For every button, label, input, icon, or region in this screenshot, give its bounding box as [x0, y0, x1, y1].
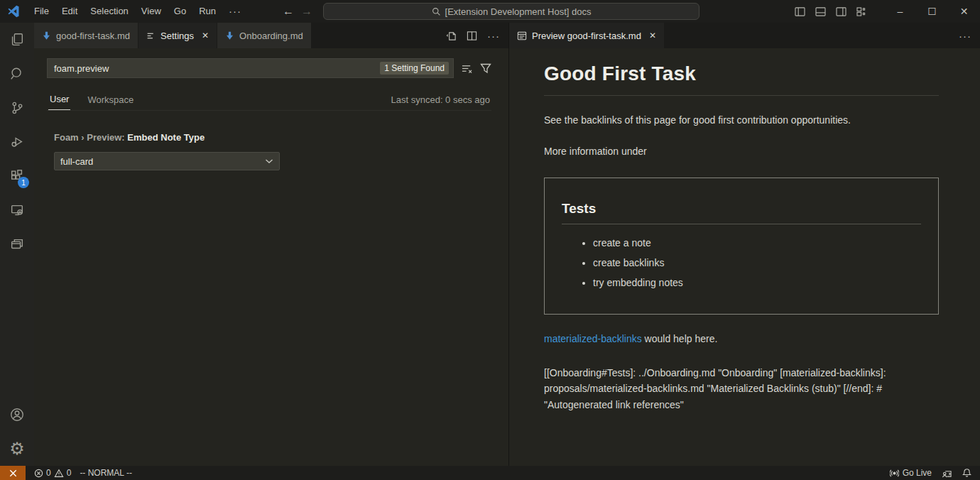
settings-editor-icon	[146, 31, 156, 40]
notifications-bell-icon[interactable]	[962, 468, 971, 478]
vim-mode-label: -- NORMAL --	[80, 468, 132, 478]
menu-selection[interactable]: Selection	[84, 0, 134, 23]
settings-editor: foam.preview 1 Setting Found User Worksp…	[34, 48, 508, 466]
menu-view[interactable]: View	[135, 0, 168, 23]
more-actions-icon[interactable]: ···	[959, 30, 971, 42]
warning-icon	[54, 469, 64, 478]
tab-bar-left: good-first-task.md Settings ✕ Onboarding…	[34, 23, 508, 48]
menu-go[interactable]: Go	[168, 0, 192, 23]
remote-explorer-icon[interactable]	[0, 193, 34, 227]
materialized-backlinks-link[interactable]: materialized-backlinks	[544, 333, 642, 344]
scope-tab-user[interactable]: User	[48, 89, 70, 110]
tab-settings[interactable]: Settings ✕	[138, 23, 217, 48]
search-icon	[432, 7, 441, 16]
menu-run[interactable]: Run	[192, 0, 222, 23]
command-center-label: [Extension Development Host] docs	[445, 6, 592, 17]
extensions-icon[interactable]: 1	[0, 159, 34, 193]
embed-note-type-select[interactable]: full-card	[54, 152, 280, 170]
setting-item-embed-note-type: Foam › Preview: Embed Note Type full-car…	[47, 132, 491, 170]
select-value: full-card	[60, 156, 93, 167]
setting-name: Embed Note Type	[127, 132, 205, 143]
open-settings-json-icon[interactable]	[446, 31, 457, 41]
live-share-icon[interactable]	[942, 469, 952, 478]
source-control-icon[interactable]	[0, 91, 34, 125]
go-live-label: Go Live	[903, 468, 932, 478]
window-close-button[interactable]: ✕	[948, 0, 980, 23]
preview-paragraph-1: See the backlinks of this page for good …	[544, 113, 939, 127]
filter-icon[interactable]	[480, 63, 491, 74]
go-live-button[interactable]: Go Live	[890, 468, 932, 478]
settings-scope-tabs: User Workspace Last synced: 0 secs ago	[47, 89, 491, 111]
command-center-search[interactable]: [Extension Development Host] docs	[323, 3, 699, 20]
window-maximize-button[interactable]: ☐	[916, 0, 948, 23]
title-bar: File Edit Selection View Go Run ··· ← → …	[0, 0, 980, 23]
toggle-panel-icon[interactable]	[815, 7, 826, 16]
card-title: Tests	[562, 201, 921, 217]
settings-search-value: foam.preview	[54, 63, 380, 74]
preview-paragraph-2: More information under	[544, 144, 939, 158]
error-count: 0	[46, 468, 51, 478]
toggle-secondary-sidebar-icon[interactable]	[836, 7, 846, 16]
list-item: create backlinks	[593, 256, 921, 270]
setting-category: Foam › Preview:	[54, 132, 127, 143]
nav-forward-icon[interactable]: →	[301, 5, 312, 18]
tab-good-first-task[interactable]: good-first-task.md	[34, 23, 138, 48]
tab-onboarding[interactable]: Onboarding.md	[217, 23, 312, 48]
windows-icon[interactable]	[0, 227, 34, 261]
broadcast-icon	[890, 469, 899, 478]
markdown-file-icon	[42, 31, 51, 40]
customize-layout-icon[interactable]	[856, 7, 867, 16]
settings-result-count-badge: 1 Setting Found	[380, 62, 449, 75]
editor-group-right: Preview good-first-task.md ✕ ··· Good Fi…	[508, 23, 980, 466]
vscode-logo-icon	[6, 4, 21, 18]
tab-label: good-first-task.md	[56, 31, 130, 41]
tab-close-icon[interactable]: ✕	[202, 31, 209, 40]
tab-close-icon[interactable]: ✕	[649, 31, 656, 40]
explorer-icon[interactable]	[0, 23, 34, 57]
settings-gear-icon[interactable]: ⚙	[0, 432, 34, 466]
extensions-badge: 1	[18, 177, 29, 188]
preview-title: Good First Task	[544, 62, 939, 85]
clear-filters-icon[interactable]	[461, 63, 473, 74]
status-bar: 0 0 -- NORMAL -- Go Live	[0, 466, 980, 480]
markdown-preview: Good First Task See the backlinks of thi…	[509, 48, 980, 466]
window-minimize-button[interactable]: –	[884, 0, 916, 23]
search-view-icon[interactable]	[0, 57, 34, 91]
nav-back-icon[interactable]: ←	[283, 5, 294, 18]
menu-file[interactable]: File	[28, 0, 55, 23]
tab-bar-right: Preview good-first-task.md ✕ ···	[509, 23, 980, 48]
menu-edit[interactable]: Edit	[55, 0, 84, 23]
editor-group-left: good-first-task.md Settings ✕ Onboarding…	[34, 23, 508, 466]
markdown-file-icon	[225, 31, 234, 40]
error-icon	[34, 469, 43, 478]
problems-indicator[interactable]: 0 0	[34, 468, 71, 478]
menu-more-icon[interactable]: ···	[222, 0, 248, 23]
activity-bar: 1 ⚙	[0, 23, 34, 466]
tab-label: Settings	[160, 31, 194, 41]
chevron-down-icon	[265, 158, 273, 164]
settings-search-input[interactable]: foam.preview 1 Setting Found	[47, 58, 454, 78]
list-item: create a note	[593, 236, 921, 250]
tab-label: Preview good-first-task.md	[532, 31, 641, 41]
link-paragraph: materialized-backlinks would help here.	[544, 332, 939, 346]
divider	[562, 224, 921, 224]
card-list: create a note create backlinks try embed…	[562, 236, 921, 290]
remote-indicator[interactable]	[0, 466, 26, 480]
divider	[544, 95, 939, 96]
markdown-preview-icon	[517, 31, 527, 40]
split-editor-icon[interactable]	[467, 31, 477, 41]
toggle-sidebar-icon[interactable]	[795, 7, 805, 16]
tab-preview-good-first-task[interactable]: Preview good-first-task.md ✕	[509, 23, 665, 48]
embedded-note-card: Tests create a note create backlinks try…	[544, 178, 939, 315]
scope-tab-workspace[interactable]: Workspace	[86, 90, 135, 110]
list-item: try embedding notes	[593, 276, 921, 290]
tab-label: Onboarding.md	[239, 31, 303, 41]
vim-mode-indicator[interactable]: -- NORMAL --	[80, 468, 132, 478]
account-icon[interactable]	[0, 398, 34, 432]
link-references-paragraph: [[Onboarding#Tests]: ../Onboarding.md "O…	[544, 365, 939, 413]
remote-icon	[9, 469, 18, 478]
menu-bar: File Edit Selection View Go Run ···	[28, 0, 248, 23]
run-debug-icon[interactable]	[0, 125, 34, 159]
more-actions-icon[interactable]: ···	[487, 30, 500, 42]
link-suffix: would help here.	[642, 333, 718, 344]
